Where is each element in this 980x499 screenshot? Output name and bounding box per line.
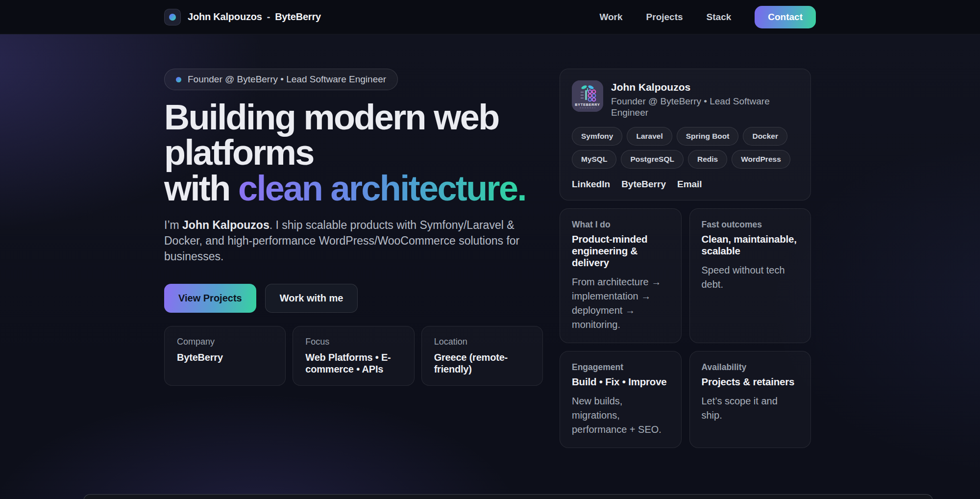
brand-home-link[interactable]: John Kalpouzos - ByteBerry — [164, 9, 321, 25]
brand-separator: - — [267, 11, 270, 23]
next-section-top-edge — [83, 494, 933, 499]
info-title: Product-minded engineering & delivery — [572, 233, 669, 269]
byteberry-logo-avatar: BYTEBERRY — [572, 80, 603, 112]
info-label: What I do — [572, 220, 669, 230]
chip-postgresql: PostgreSQL — [621, 150, 684, 169]
headline-line-1: Building modern web — [164, 100, 543, 135]
fact-value: ByteBerry — [177, 351, 273, 363]
fact-label: Focus — [305, 337, 401, 347]
info-body: From architecture → implementation → dep… — [572, 275, 669, 332]
role-badge-label: Founder @ ByteBerry • Lead Software Engi… — [188, 74, 386, 85]
brand-dot-icon — [169, 14, 176, 21]
chip-mysql: MySQL — [572, 150, 616, 169]
headline-prefix: with — [164, 169, 238, 208]
fact-card-focus: Focus Web Platforms • E-commerce • APIs — [293, 326, 414, 386]
info-title: Clean, maintainable, scalable — [702, 233, 799, 257]
contact-button[interactable]: Contact — [755, 6, 816, 28]
headline-line-3: with clean architecture. — [164, 171, 543, 206]
brand-logo — [164, 9, 181, 25]
avatar-wordmark: BYTEBERRY — [575, 102, 600, 107]
page-title: Building modern web platforms with clean… — [164, 100, 543, 206]
info-card-grid: What I do Product-minded engineering & d… — [560, 208, 811, 448]
top-navigation-bar: John Kalpouzos - ByteBerry Work Projects… — [0, 0, 980, 34]
intro-prefix: I’m — [164, 219, 182, 231]
profile-card: BYTEBERRY John Kalpouzos Founder @ ByteB… — [560, 69, 811, 200]
brand-name: John Kalpouzos — [188, 11, 262, 23]
tech-chips: Symfony Laravel Spring Boot Docker MySQL… — [572, 127, 799, 169]
page-background: John Kalpouzos - ByteBerry Work Projects… — [0, 0, 980, 499]
fact-value: Web Platforms • E-commerce • APIs — [305, 351, 401, 375]
nav-link-work[interactable]: Work — [599, 12, 622, 23]
hero-section: Founder @ ByteBerry • Lead Software Engi… — [0, 34, 980, 448]
chip-redis: Redis — [688, 150, 727, 169]
info-title: Projects & retainers — [702, 376, 799, 388]
byteberry-link[interactable]: ByteBerry — [621, 179, 666, 190]
profile-identity: John Kalpouzos Founder @ ByteBerry • Lea… — [611, 80, 799, 118]
fact-label: Company — [177, 337, 273, 347]
info-label: Engagement — [572, 362, 669, 373]
chip-symfony: Symfony — [572, 127, 622, 146]
profile-subtitle: Founder @ ByteBerry • Lead Software Engi… — [611, 96, 799, 118]
chip-docker: Docker — [743, 127, 787, 146]
info-body: Let’s scope it and ship. — [702, 394, 799, 423]
hero-right-column: BYTEBERRY John Kalpouzos Founder @ ByteB… — [560, 69, 811, 448]
nav-link-projects[interactable]: Projects — [646, 12, 683, 23]
cta-row: View Projects Work with me — [164, 284, 543, 313]
chip-spring-boot: Spring Boot — [677, 127, 739, 146]
nav-link-stack[interactable]: Stack — [707, 12, 732, 23]
fact-value: Greece (remote-friendly) — [434, 351, 530, 375]
headline-gradient-text: clean architecture. — [238, 169, 526, 208]
brand-company: ByteBerry — [275, 11, 321, 23]
intro-name: John Kalpouzos — [182, 219, 270, 231]
fact-label: Location — [434, 337, 530, 347]
fact-card-company: Company ByteBerry — [164, 326, 286, 386]
info-label: Availability — [702, 362, 799, 373]
view-projects-button[interactable]: View Projects — [164, 284, 256, 313]
info-label: Fast outcomes — [702, 220, 799, 230]
profile-name: John Kalpouzos — [611, 81, 799, 93]
hero-left-column: Founder @ ByteBerry • Lead Software Engi… — [164, 69, 543, 386]
info-title: Build • Fix • Improve — [572, 376, 669, 388]
nav-links: Work Projects Stack Contact — [599, 6, 816, 28]
info-body: Speed without tech debt. — [702, 263, 799, 292]
profile-links: LinkedIn ByteBerry Email — [572, 179, 799, 190]
chip-wordpress: WordPress — [732, 150, 790, 169]
info-card-engagement: Engagement Build • Fix • Improve New bui… — [560, 351, 682, 448]
linkedin-link[interactable]: LinkedIn — [572, 179, 610, 190]
info-card-what-i-do: What I do Product-minded engineering & d… — [560, 208, 682, 343]
email-link[interactable]: Email — [677, 179, 702, 190]
byteberry-logo-icon: BYTEBERRY — [572, 80, 603, 112]
work-with-me-button[interactable]: Work with me — [265, 284, 358, 313]
headline-line-2: platforms — [164, 135, 543, 170]
intro-paragraph: I’m John Kalpouzos. I ship scalable prod… — [164, 217, 541, 264]
facts-row: Company ByteBerry Focus Web Platforms • … — [164, 326, 543, 386]
info-card-fast-outcomes: Fast outcomes Clean, maintainable, scala… — [689, 208, 811, 343]
profile-header: BYTEBERRY John Kalpouzos Founder @ ByteB… — [572, 80, 799, 118]
info-body: New builds, migrations, performance + SE… — [572, 394, 669, 437]
chip-laravel: Laravel — [627, 127, 672, 146]
info-card-availability: Availability Projects & retainers Let’s … — [689, 351, 811, 448]
fact-card-location: Location Greece (remote-friendly) — [421, 326, 543, 386]
role-badge: Founder @ ByteBerry • Lead Software Engi… — [164, 69, 398, 90]
badge-dot-icon — [176, 77, 181, 82]
brand-title: John Kalpouzos - ByteBerry — [188, 11, 321, 23]
